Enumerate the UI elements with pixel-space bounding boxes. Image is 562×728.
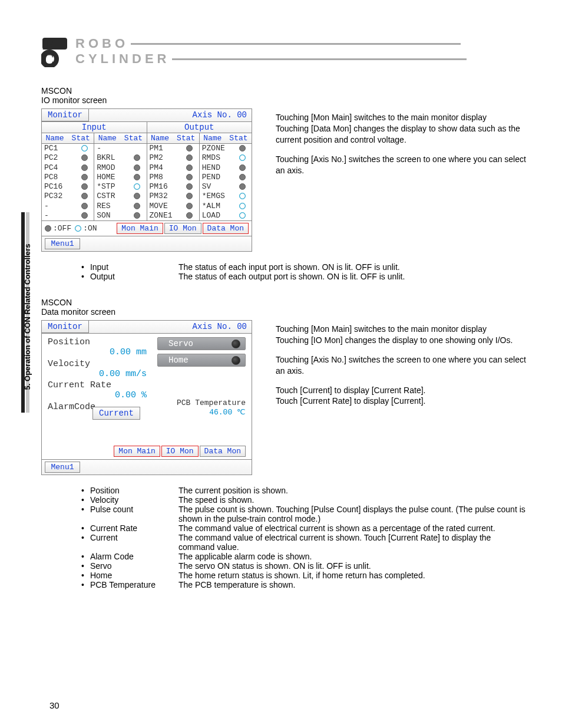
io-name: PC32	[44, 192, 77, 201]
field-row: OutputThe status of each output port is …	[92, 272, 527, 281]
io-name: PC8	[44, 173, 77, 182]
servo-label: Servo	[168, 339, 193, 348]
col-name-hdr: Name	[94, 133, 120, 143]
io-axis-button[interactable]: Axis No. 00	[188, 109, 252, 121]
io-name: PC16	[44, 182, 77, 192]
field-key: PCB Temperature	[90, 580, 178, 589]
io-name: RMOD	[97, 163, 130, 173]
page-number: 30	[49, 700, 59, 710]
velocity-value: 0.00 mm/s	[48, 369, 157, 379]
section2-subtitle: Data monitor screen	[41, 307, 527, 317]
field-value: The speed is shown.	[178, 495, 527, 505]
io-stat	[235, 202, 249, 211]
io-stat	[183, 211, 197, 220]
io-row: PC16	[42, 182, 94, 192]
field-value: The applicable alarm code is shown.	[178, 552, 527, 561]
led-off-icon	[239, 174, 246, 180]
field-row: Pulse countThe pulse count is shown. Tou…	[92, 505, 527, 523]
led-off-icon	[81, 193, 88, 199]
position-label: Position	[48, 337, 157, 347]
menu1-button[interactable]: Menu1	[45, 238, 80, 249]
io-stat	[183, 153, 197, 163]
dm-menu1-button[interactable]: Menu1	[45, 462, 80, 473]
io-stat	[130, 144, 144, 153]
led-off-icon	[134, 154, 140, 161]
io-name: -	[44, 202, 77, 211]
sec1-desc-0b: Touching [Data Mon] changes the display …	[276, 124, 520, 144]
legend-off: :OFF	[53, 224, 71, 233]
io-row: PM1	[147, 144, 199, 153]
io-name: PM1	[150, 144, 183, 153]
current-rate-value: 0.00 %	[48, 390, 157, 400]
led-on-icon	[239, 203, 246, 209]
field-key: Velocity	[90, 495, 178, 505]
io-stat	[130, 182, 144, 192]
sec2-desc-1: Touching [IO Mon] changes the display to…	[276, 335, 513, 345]
io-mon-tab[interactable]: IO Mon	[164, 223, 201, 234]
col-name-hdr: Name	[200, 133, 226, 143]
io-stat	[77, 202, 91, 211]
io-row: PM2	[147, 153, 199, 163]
dm-axis-button[interactable]: Axis No. 00	[188, 321, 252, 333]
led-off-icon	[186, 212, 193, 219]
io-name: PZONE	[202, 144, 235, 153]
logo: R R C ROBO CYLINDER	[41, 35, 527, 67]
led-on-icon	[239, 154, 246, 161]
field-row: PCB TemperatureThe PCB temperature is sh…	[92, 580, 527, 589]
velocity-label: Velocity	[48, 359, 157, 369]
pcb-temp-value: 46.00 ℃	[209, 408, 246, 417]
dm-io-mon-tab[interactable]: IO Mon	[161, 446, 199, 457]
io-name: *ALM	[202, 202, 235, 211]
field-value: The command value of electrical current …	[178, 533, 527, 552]
led-off-icon	[134, 193, 140, 199]
home-indicator: Home	[157, 354, 246, 367]
io-stat	[235, 144, 249, 153]
io-row: PM32	[147, 192, 199, 201]
col-name-hdr: Name	[147, 133, 173, 143]
io-row: SON	[94, 211, 146, 220]
field-row: ServoThe servo ON status is shown. ON is…	[92, 561, 527, 571]
io-stat	[183, 163, 197, 173]
field-row: HomeThe home return status is shown. Lit…	[92, 571, 527, 580]
field-value: The PCB temperature is shown.	[178, 580, 527, 589]
led-on-icon	[239, 212, 246, 219]
io-stat	[235, 173, 249, 182]
io-stat	[77, 192, 91, 201]
io-row: PZONE	[200, 144, 252, 153]
led-off-icon	[239, 145, 246, 151]
io-row: CSTR	[94, 192, 146, 201]
led-off-icon	[134, 203, 140, 209]
mon-main-tab[interactable]: Mon Main	[117, 223, 163, 234]
io-name: CSTR	[97, 192, 130, 201]
dm-data-mon-tab[interactable]: Data Mon	[200, 446, 246, 457]
current-button[interactable]: Current	[92, 407, 140, 420]
col-stat-hdr: Stat	[226, 133, 252, 143]
led-off-icon	[186, 145, 193, 151]
io-row: PM8	[147, 173, 199, 182]
led-off-icon	[239, 164, 246, 171]
output-heading: Output	[147, 122, 252, 133]
data-mon-tab[interactable]: Data Mon	[203, 223, 249, 234]
field-key: Input	[90, 262, 178, 272]
logo-word-1: ROBO	[75, 36, 128, 51]
led-off-icon	[134, 212, 140, 219]
sec1-desc-2: Touching [Axis No.] switches the screen …	[276, 154, 527, 176]
led-on-icon	[134, 183, 140, 190]
io-name: SV	[202, 182, 235, 192]
field-row: CurrentThe command value of electrical c…	[92, 533, 527, 552]
io-row: PEND	[200, 173, 252, 182]
io-stat	[77, 173, 91, 182]
dm-mon-main-tab[interactable]: Mon Main	[114, 446, 160, 457]
field-row: VelocityThe speed is shown.	[92, 495, 527, 505]
home-dot-icon	[232, 356, 240, 365]
io-stat	[130, 153, 144, 163]
led-off-icon	[81, 212, 88, 219]
io-row: LOAD	[200, 211, 252, 220]
io-name: PM32	[150, 192, 183, 201]
io-row: -	[42, 211, 94, 220]
io-name: -	[97, 144, 130, 153]
logo-word-2: CYLINDER	[75, 51, 170, 67]
col-stat-hdr: Stat	[120, 133, 146, 143]
io-stat	[130, 192, 144, 201]
led-off-icon	[134, 174, 140, 180]
